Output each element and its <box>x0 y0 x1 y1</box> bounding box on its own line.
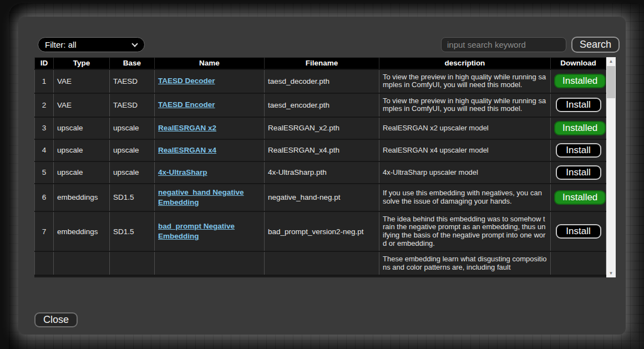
search-button[interactable]: Search <box>571 37 620 53</box>
cell-download: Installed <box>551 184 606 211</box>
cell-filename: taesd_encoder.pth <box>265 93 379 117</box>
cell-filename: RealESRGAN_x4.pth <box>265 139 379 161</box>
column-header: Name <box>155 58 265 69</box>
cell-filename: RealESRGAN_x2.pth <box>265 117 379 139</box>
model-name-link[interactable]: TAESD Decoder <box>158 77 215 85</box>
install-models-dialog: Filter: all Search IDTypeBaseNameFilenam… <box>18 17 626 335</box>
model-name-link[interactable]: bad_prompt Negative Embedding <box>158 222 235 240</box>
cell-base: SD1.5 <box>110 211 155 251</box>
cell-name: RealESRGAN x2 <box>155 117 265 139</box>
cell-filename: taesd_decoder.pth <box>265 69 379 93</box>
cell-id: 2 <box>35 93 54 117</box>
cell-base: upscale <box>110 139 155 161</box>
cell-filename: bad_prompt_version2-neg.pt <box>265 211 379 251</box>
filter-dropdown-wrap: Filter: all <box>38 37 145 52</box>
cell-description: The idea behind this embedding was to so… <box>379 211 551 251</box>
column-header: ID <box>35 58 54 69</box>
table-row: These embedding learn what disgusting co… <box>35 251 606 275</box>
table-row: 6embeddingsSD1.5negative_hand Negative E… <box>35 184 606 211</box>
cell-base: upscale <box>110 117 155 139</box>
cell-name: TAESD Encoder <box>155 93 265 117</box>
cell-name: negative_hand Negative Embedding <box>155 184 265 211</box>
table-header-row: IDTypeBaseNameFilenamedescriptionDownloa… <box>35 58 606 69</box>
cell-type <box>54 251 110 275</box>
cell-download: Installed <box>551 117 606 139</box>
models-table-clip: IDTypeBaseNameFilenamedescriptionDownloa… <box>34 57 606 277</box>
cell-filename <box>265 251 379 275</box>
scrollbar-thumb[interactable] <box>607 66 615 98</box>
column-header: Filename <box>265 58 379 69</box>
installed-button[interactable]: Installed <box>554 190 606 205</box>
cell-base: upscale <box>110 161 155 184</box>
cell-name: bad_prompt Negative Embedding <box>155 211 265 251</box>
cell-download: Install <box>551 139 606 161</box>
cell-download <box>551 251 606 275</box>
cell-id: 6 <box>35 184 54 211</box>
filter-select[interactable]: Filter: all <box>38 37 145 52</box>
cell-base: TAESD <box>110 69 155 93</box>
search-input[interactable] <box>441 37 566 52</box>
column-header: Download <box>551 58 606 69</box>
model-name-link[interactable]: negative_hand Negative Embedding <box>158 188 244 206</box>
cell-base: TAESD <box>110 93 155 117</box>
cell-name: 4x-UltraSharp <box>155 161 265 184</box>
models-table: IDTypeBaseNameFilenamedescriptionDownloa… <box>34 57 606 276</box>
table-row: 2VAETAESDTAESD Encodertaesd_encoder.pthT… <box>35 93 606 117</box>
table-scrollbar[interactable]: ▲ ▼ <box>606 57 616 277</box>
column-header: description <box>379 58 551 69</box>
table-row: 4upscaleupscaleRealESRGAN x4RealESRGAN_x… <box>35 139 606 161</box>
cell-description: RealESRGAN x4 upscaler model <box>379 139 551 161</box>
model-name-link[interactable]: RealESRGAN x2 <box>158 124 216 132</box>
cell-description: To view the preview in high quality whil… <box>379 69 551 93</box>
cell-description: If you use this embedding with negatives… <box>379 184 551 211</box>
cell-name: RealESRGAN x4 <box>155 139 265 161</box>
cell-description: 4x-UltraSharp upscaler model <box>379 161 551 184</box>
column-header: Type <box>54 58 110 69</box>
cell-base <box>110 251 155 275</box>
cell-filename: negative_hand-neg.pt <box>265 184 379 211</box>
model-name-link[interactable]: 4x-UltraSharp <box>158 168 207 176</box>
table-row: 3upscaleupscaleRealESRGAN x2RealESRGAN_x… <box>35 117 606 139</box>
cell-filename: 4x-UltraSharp.pth <box>265 161 379 184</box>
cell-type: upscale <box>54 139 110 161</box>
cell-id: 4 <box>35 139 54 161</box>
cell-type: VAE <box>54 93 110 117</box>
table-body: 1VAETAESDTAESD Decodertaesd_decoder.pthT… <box>35 69 606 276</box>
model-name-link[interactable]: RealESRGAN x4 <box>158 146 216 154</box>
cell-download: Installed <box>551 69 606 93</box>
table-row: 5upscaleupscale4x-UltraSharp4x-UltraShar… <box>35 161 606 184</box>
cell-id: 1 <box>35 69 54 93</box>
installed-button[interactable]: Installed <box>554 74 606 88</box>
cell-type: upscale <box>54 117 110 139</box>
cell-type: embeddings <box>54 184 110 211</box>
cell-description: These embedding learn what disgusting co… <box>379 251 551 275</box>
cell-download: Install <box>551 211 606 251</box>
models-table-zone: IDTypeBaseNameFilenamedescriptionDownloa… <box>34 57 616 277</box>
cell-download: Install <box>551 161 606 184</box>
cell-type: embeddings <box>54 211 110 251</box>
install-button[interactable]: Install <box>556 165 601 180</box>
cell-id: 5 <box>35 161 54 184</box>
cell-type: VAE <box>54 69 110 93</box>
scroll-up-arrow-icon[interactable]: ▲ <box>606 57 616 65</box>
install-button[interactable]: Install <box>556 143 601 158</box>
cell-name: TAESD Decoder <box>155 69 265 93</box>
install-button[interactable]: Install <box>556 224 601 239</box>
cell-description: To view the preview in high quality whil… <box>379 93 551 117</box>
scroll-down-arrow-icon[interactable]: ▼ <box>606 269 616 277</box>
model-name-link[interactable]: TAESD Encoder <box>158 100 215 109</box>
app-background: Filter: all Search IDTypeBaseNameFilenam… <box>0 0 644 349</box>
cell-id: 7 <box>35 211 54 251</box>
install-button[interactable]: Install <box>556 98 601 112</box>
cell-id: 3 <box>35 117 54 139</box>
cell-name <box>155 251 265 275</box>
table-row: 7embeddingsSD1.5bad_prompt Negative Embe… <box>35 211 606 251</box>
cell-type: upscale <box>54 161 110 184</box>
installed-button[interactable]: Installed <box>554 121 606 135</box>
close-button[interactable]: Close <box>34 312 78 327</box>
cell-base: SD1.5 <box>110 184 155 211</box>
column-header: Base <box>110 58 155 69</box>
table-row: 1VAETAESDTAESD Decodertaesd_decoder.pthT… <box>35 69 606 93</box>
cell-download: Install <box>551 93 606 117</box>
cell-description: RealESRGAN x2 upscaler model <box>379 117 551 139</box>
